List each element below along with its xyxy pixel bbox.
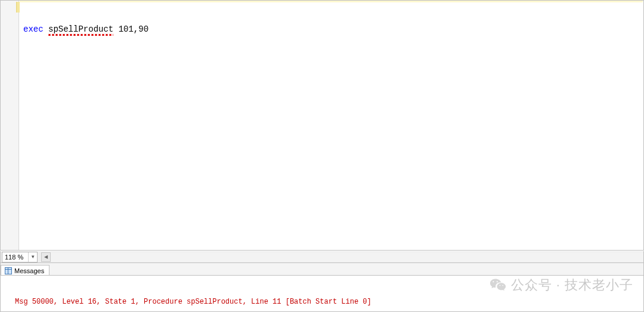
zoom-value: 118 % — [2, 254, 28, 261]
message-line-1: Msg 50000, Level 16, State 1, Procedure … — [15, 297, 643, 307]
chevron-left-icon[interactable]: ◀ — [41, 252, 51, 262]
zoom-combo[interactable]: 118 % ▼ — [2, 252, 38, 262]
code-line-1[interactable]: exec spSellProduct 101,90 — [23, 24, 643, 35]
change-marker — [16, 2, 20, 13]
results-tab-strip: Messages — [0, 263, 644, 275]
code-area[interactable]: exec spSellProduct 101,90 — [23, 2, 643, 250]
sql-editor-pane[interactable]: exec spSellProduct 101,90 — [0, 0, 644, 251]
tab-messages-label: Messages — [14, 267, 44, 274]
sql-arg-2: 90 — [138, 24, 148, 34]
sql-arg-1: 101 — [119, 24, 134, 34]
editor-footer-bar: 118 % ▼ ◀ — [0, 251, 644, 263]
sql-keyword-exec: exec — [23, 24, 44, 34]
messages-pane[interactable]: Msg 50000, Level 16, State 1, Procedure … — [0, 275, 644, 312]
sql-procedure-name: spSellProduct — [48, 24, 113, 35]
chevron-down-icon[interactable]: ▼ — [28, 252, 37, 262]
space — [113, 24, 118, 34]
horizontal-scroll-track[interactable] — [51, 252, 643, 262]
editor-gutter — [1, 1, 19, 250]
messages-icon — [5, 267, 12, 274]
comma: , — [134, 24, 138, 34]
tab-messages[interactable]: Messages — [1, 265, 49, 276]
space — [44, 24, 48, 34]
